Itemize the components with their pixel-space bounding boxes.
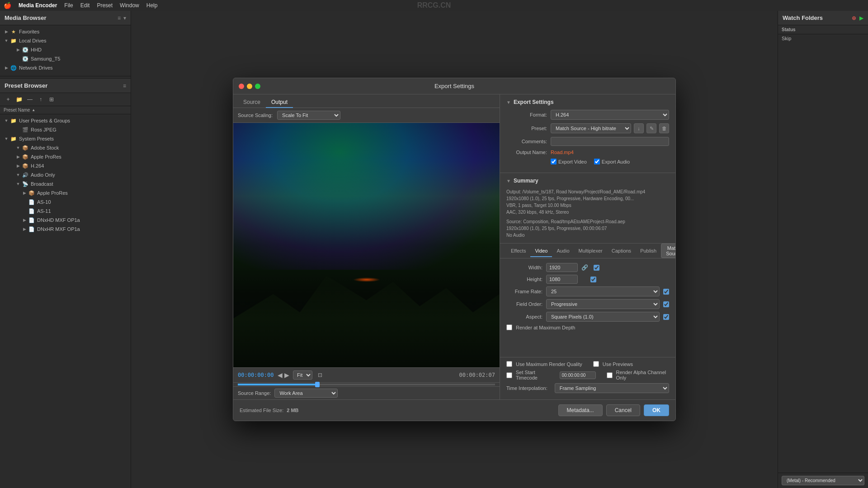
tab-multiplexer[interactable]: Multiplexer	[574, 245, 607, 257]
minimize-button[interactable]	[247, 84, 252, 89]
favorites-item[interactable]: ▶ ★ Favorites	[0, 27, 131, 36]
broadcast-item[interactable]: ▼ 📡 Broadcast	[0, 179, 131, 188]
delete-preset-btn[interactable]: —	[25, 95, 34, 104]
menu-help[interactable]: Help	[146, 2, 158, 9]
time-interpolation-select[interactable]: Frame Sampling	[555, 383, 669, 393]
audio-only-item[interactable]: ▼ 🔊 Audio Only	[0, 170, 131, 179]
frame-rate-checkbox[interactable]	[663, 289, 669, 295]
drive-hhd[interactable]: ▶ 💽 HHD	[0, 45, 131, 54]
output-name-link[interactable]: Road.mp4	[551, 150, 574, 155]
export-audio-checkbox[interactable]	[594, 159, 600, 164]
save-preset-btn[interactable]: ↓	[634, 123, 644, 133]
network-drives-item[interactable]: ▶ 🌐 Network Drives	[0, 63, 131, 72]
system-presets-item[interactable]: ▼ 📁 System Presets	[0, 134, 131, 143]
summary-source-text: Source: Composition, Road/tmpAEtoAMEProj…	[506, 218, 669, 239]
audio-only-icon: 🔊	[22, 172, 28, 178]
apple-menu[interactable]: 🍎	[4, 2, 11, 9]
frame-rate-select[interactable]: 25	[546, 286, 660, 296]
drive-samsung[interactable]: ▶ 💽 Samsung_T5	[0, 54, 131, 63]
folder-preset-btn[interactable]: 📁	[14, 95, 24, 104]
menu-file[interactable]: File	[64, 2, 73, 9]
preset-browser-menu-icon[interactable]: ≡	[123, 83, 126, 89]
gpu-select[interactable]: (Metal) - Recommended	[782, 476, 864, 485]
export-video-checkbox-label[interactable]: Export Video	[551, 159, 587, 164]
preset-col-header[interactable]: Preset Name ▲	[0, 106, 131, 114]
width-input[interactable]	[546, 263, 578, 272]
source-range-select[interactable]: Work Area	[274, 389, 338, 398]
apple-prores-main-item[interactable]: ▶ 📦 Apple ProRes	[0, 152, 131, 161]
add-preset-btn[interactable]: +	[4, 95, 13, 104]
progress-bar[interactable]	[238, 384, 495, 385]
local-drives-item[interactable]: ▼ 📁 Local Drives	[0, 36, 131, 45]
aspect-checkbox[interactable]	[663, 314, 669, 320]
render-max-depth-checkbox[interactable]	[506, 324, 512, 330]
tab-effects[interactable]: Effects	[506, 245, 530, 257]
field-order-checkbox[interactable]	[663, 301, 669, 307]
export-audio-checkbox-label[interactable]: Export Audio	[594, 159, 630, 164]
tab-audio[interactable]: Audio	[552, 245, 574, 257]
export-settings-header[interactable]: ▼ Export Settings	[506, 99, 669, 105]
menu-window[interactable]: Window	[120, 2, 139, 9]
as10-item[interactable]: ▶ 📄 AS-10	[0, 197, 131, 206]
menu-preset[interactable]: Preset	[97, 2, 113, 9]
fit-select[interactable]: Fit	[293, 371, 312, 380]
preset-control: Match Source - High bitrate ↓ ✎ 🗑	[551, 123, 669, 133]
cancel-button[interactable]: Cancel	[606, 404, 640, 416]
link-dimensions-icon[interactable]: 🔗	[581, 264, 588, 271]
height-input[interactable]	[546, 275, 578, 284]
comments-input[interactable]	[551, 137, 669, 146]
preview-controls: 00:00:00:00 ◀ ▶ Fit ⊡ 00:00:02:07	[233, 367, 500, 382]
source-range-row: Source Range: Work Area	[233, 386, 500, 399]
preset-tree: ▼ 📁 User Presets & Groups ▶ 🎬 Ross JPEG …	[0, 114, 131, 235]
as11-item[interactable]: ▶ 📄 AS-11	[0, 206, 131, 216]
tab-source[interactable]: Source	[238, 97, 266, 108]
start-timecode-checkbox[interactable]	[506, 372, 512, 378]
watch-folder-add-icon[interactable]: ⊕	[852, 15, 856, 21]
preset-select[interactable]: Match Source - High bitrate	[551, 123, 631, 133]
aspect-select[interactable]: Square Pixels (1.0)	[546, 312, 660, 322]
user-presets-item[interactable]: ▼ 📁 User Presets & Groups	[0, 116, 131, 125]
source-scaling-select[interactable]: Scale To Fit	[277, 111, 340, 120]
tab-captions[interactable]: Captions	[607, 245, 636, 257]
delete-preset-dialog-btn[interactable]: 🗑	[659, 123, 669, 133]
width-match-checkbox[interactable]	[594, 265, 599, 271]
start-timecode-input[interactable]	[560, 371, 596, 379]
fullscreen-icon[interactable]: ⊡	[318, 372, 322, 378]
h264-item[interactable]: ▶ 📦 H.264	[0, 161, 131, 170]
adobe-stock-item[interactable]: ▼ 📦 Adobe Stock	[0, 143, 131, 152]
dnxhr-arrow: ▶	[22, 226, 27, 232]
system-presets-icon: 📁	[10, 136, 17, 142]
tab-video[interactable]: Video	[530, 245, 552, 257]
close-button[interactable]	[239, 84, 244, 89]
export-preset-btn[interactable]: ↑	[36, 95, 45, 104]
media-browser-chevron-icon[interactable]: ▾	[123, 15, 126, 21]
metadata-button[interactable]: Metadata...	[558, 404, 603, 416]
play-forward-btn[interactable]: ▶	[284, 371, 289, 379]
menu-edit[interactable]: Edit	[80, 2, 90, 9]
dnxhr-mxf-op1a-item[interactable]: ▶ 📄 DNxHR MXF OP1a	[0, 225, 131, 234]
edit-preset-btn[interactable]: ✎	[646, 123, 656, 133]
watch-folder-play-icon[interactable]: ▶	[859, 15, 863, 21]
summary-header[interactable]: ▼ Summary	[506, 178, 669, 184]
match-source-button[interactable]: Match Source	[661, 244, 675, 258]
height-match-checkbox[interactable]	[590, 277, 596, 282]
tab-output[interactable]: Output	[266, 97, 293, 108]
render-alpha-checkbox[interactable]	[607, 372, 613, 378]
field-order-select[interactable]: Progressive	[546, 299, 660, 309]
dnxhd-mxf-op1a-item[interactable]: ▶ 📄 DNxHD MXF OP1a	[0, 216, 131, 225]
ross-jpeg-item[interactable]: ▶ 🎬 Ross JPEG	[0, 125, 131, 134]
tab-publish[interactable]: Publish	[636, 245, 661, 257]
use-previews-checkbox[interactable]	[593, 361, 599, 367]
media-browser-menu-icon[interactable]: ≡	[118, 15, 121, 21]
max-render-quality-checkbox[interactable]	[506, 361, 512, 367]
import-preset-btn[interactable]: ⊞	[47, 95, 56, 104]
maximize-button[interactable]	[255, 84, 260, 89]
play-back-btn[interactable]: ◀	[278, 371, 283, 379]
skip-item[interactable]: Skip	[778, 34, 868, 42]
broadcast-apple-prores-item[interactable]: ▶ 📦 Apple ProRes	[0, 188, 131, 197]
format-select[interactable]: H.264	[551, 110, 669, 120]
ok-button[interactable]: OK	[644, 404, 669, 416]
footer-buttons: Metadata... Cancel OK	[558, 404, 669, 416]
progress-handle[interactable]	[315, 382, 320, 387]
export-video-checkbox[interactable]	[551, 159, 557, 164]
